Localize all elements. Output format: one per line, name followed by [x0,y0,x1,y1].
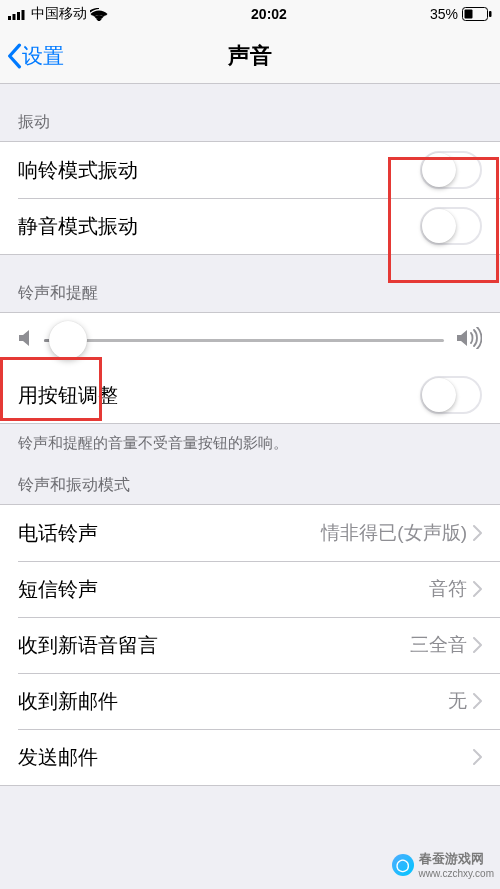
section-footer-ringer: 铃声和提醒的音量不受音量按钮的影响。 [0,424,500,459]
volume-slider[interactable] [44,339,444,342]
voicemail-label: 收到新语音留言 [18,632,158,659]
back-label: 设置 [22,42,64,70]
volume-slider-cell[interactable] [0,313,500,367]
volume-high-icon [456,327,482,353]
status-bar: 中国移动 20:02 35% [0,0,500,28]
chevron-right-icon [473,693,482,709]
watermark-text: 春蚕游戏网 [419,850,494,868]
text-tone-value: 音符 [429,576,467,602]
voicemail-value: 三全音 [410,632,467,658]
watermark-logo-icon: ◯ [392,854,414,876]
text-tone-label: 短信铃声 [18,576,98,603]
svg-rect-6 [489,11,492,17]
svg-rect-3 [22,10,25,20]
wifi-icon [90,8,108,21]
voicemail-cell[interactable]: 收到新语音留言 三全音 [0,617,500,673]
section-header-patterns: 铃声和振动模式 [0,459,500,504]
change-with-buttons-label: 用按钮调整 [18,382,118,409]
ring-vibrate-toggle[interactable] [420,151,482,189]
silent-vibrate-cell[interactable]: 静音模式振动 [0,198,500,254]
signal-icon [8,8,28,20]
change-with-buttons-toggle[interactable] [420,376,482,414]
nav-bar: 设置 声音 [0,28,500,84]
back-button[interactable]: 设置 [0,42,64,70]
page-title: 声音 [228,41,272,71]
chevron-right-icon [473,749,482,765]
ring-vibrate-label: 响铃模式振动 [18,157,138,184]
sent-mail-label: 发送邮件 [18,744,98,771]
chevron-right-icon [473,581,482,597]
change-with-buttons-cell[interactable]: 用按钮调整 [0,367,500,423]
svg-rect-0 [8,16,11,20]
ringtone-value: 情非得已(女声版) [321,520,467,546]
volume-slider-thumb[interactable] [49,321,87,359]
chevron-right-icon [473,525,482,541]
battery-icon [462,7,492,21]
text-tone-cell[interactable]: 短信铃声 音符 [0,561,500,617]
silent-vibrate-label: 静音模式振动 [18,213,138,240]
ringtone-label: 电话铃声 [18,520,98,547]
sent-mail-cell[interactable]: 发送邮件 [0,729,500,785]
watermark-url: www.czchxy.com [419,868,494,879]
battery-pct-label: 35% [430,6,458,22]
new-mail-cell[interactable]: 收到新邮件 无 [0,673,500,729]
new-mail-value: 无 [448,688,467,714]
svg-rect-5 [465,10,473,19]
volume-low-icon [18,328,32,352]
time-label: 20:02 [251,6,287,22]
new-mail-label: 收到新邮件 [18,688,118,715]
svg-rect-1 [13,14,16,20]
ringtone-cell[interactable]: 电话铃声 情非得已(女声版) [0,505,500,561]
svg-rect-2 [17,12,20,20]
chevron-right-icon [473,637,482,653]
section-header-ringer: 铃声和提醒 [0,255,500,312]
chevron-left-icon [6,43,22,69]
section-header-vibration: 振动 [0,84,500,141]
ring-vibrate-cell[interactable]: 响铃模式振动 [0,142,500,198]
watermark: ◯ 春蚕游戏网 www.czchxy.com [392,850,494,879]
carrier-label: 中国移动 [31,5,87,23]
silent-vibrate-toggle[interactable] [420,207,482,245]
